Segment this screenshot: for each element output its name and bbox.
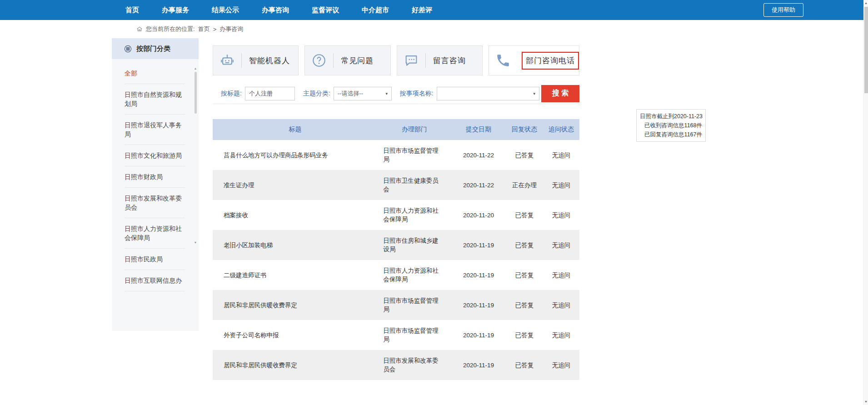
department-cell: 日照市住房和城乡建设局: [378, 230, 451, 260]
category-select[interactable]: --请选择-- ▼: [334, 87, 392, 100]
sidebar-item[interactable]: 日照市民政局: [125, 249, 185, 270]
sidebar-item[interactable]: 日照市互联网信息办: [125, 270, 185, 291]
nav-item[interactable]: 监督评议: [312, 6, 339, 15]
title-filter-label: 按标题:: [221, 90, 242, 98]
date-cell: 2020-11-19: [451, 230, 506, 260]
table-row[interactable]: 居民和非居民供暖收费界定日照市市场监督管理局2020-11-19已答复无追问: [213, 290, 579, 320]
scroll-up-icon[interactable]: ▲: [864, 0, 868, 6]
table-row[interactable]: 二级建造师证书日照市人力资源和社会保障局2020-11-19已答复无追问: [213, 260, 579, 290]
column-header: 追问状态: [543, 119, 579, 140]
chevron-down-icon: ▼: [385, 91, 389, 95]
title-cell[interactable]: 莒县什么地方可以办理商品条形码业务: [213, 140, 378, 170]
chevron-down-icon: ▼: [533, 91, 536, 95]
followup-status-cell: 无追问: [543, 350, 579, 380]
table-row[interactable]: 老旧小区加装电梯日照市住房和城乡建设局2020-11-19已答复无追问: [213, 230, 579, 260]
scroll-down-icon[interactable]: ▼: [194, 240, 197, 245]
date-cell: 2020-11-22: [451, 140, 506, 170]
tab-phone[interactable]: 部门咨询电话: [489, 45, 579, 75]
reply-status-cell: 已答复: [506, 320, 543, 350]
reply-status-cell: 已答复: [506, 290, 543, 320]
nav-item[interactable]: 首页: [125, 6, 139, 15]
stats-line: 已收到咨询信息1168件: [640, 121, 702, 130]
followup-status-cell: 无追问: [543, 320, 579, 350]
reply-status-cell: 已答复: [506, 230, 543, 260]
reply-status-cell: 已答复: [506, 200, 543, 230]
sidebar-header: 按部门分类: [112, 38, 199, 59]
followup-status-cell: 无追问: [543, 290, 579, 320]
tab-robot[interactable]: 智能机器人: [213, 45, 299, 75]
category-filter-label: 主题分类:: [303, 90, 330, 98]
title-cell[interactable]: 档案接收: [213, 200, 378, 230]
breadcrumb-prefix: 您当前所在的位置:: [146, 25, 195, 33]
stats-line: 已回复咨询信息1167件: [640, 130, 702, 139]
consultation-table: 标题办理部门提交日期回复状态追问状态 莒县什么地方可以办理商品条形码业务日照市市…: [213, 119, 579, 380]
scroll-thumb[interactable]: [864, 7, 868, 93]
department-cell: 日照市卫生健康委员会: [378, 170, 451, 200]
table-row[interactable]: 准生证办理日照市卫生健康委员会2020-11-22正在办理无追问: [213, 170, 579, 200]
question-icon: [305, 53, 333, 68]
table-row[interactable]: 居民和非居民供暖收费界定日照市发展和改革委员会2020-11-19已答复无追问: [213, 350, 579, 380]
robot-icon: [213, 53, 241, 68]
scroll-thumb[interactable]: [195, 72, 197, 114]
tab-question[interactable]: 常见问题: [304, 45, 390, 75]
date-cell: 2020-11-19: [451, 350, 506, 380]
item-select[interactable]: ▼: [437, 87, 539, 100]
tab-label: 部门咨询电话: [522, 52, 579, 70]
item-filter-label: 按事项名称:: [400, 90, 434, 98]
reply-status-cell: 已答复: [506, 140, 543, 170]
sidebar-item[interactable]: 全部: [125, 63, 185, 84]
sidebar-scrollbar[interactable]: ▲ ▼: [194, 66, 197, 245]
sidebar-item[interactable]: 日照市自然资源和规划局: [125, 84, 185, 115]
table-row[interactable]: 外资子公司名称申报日照市市场监督管理局2020-11-19已答复无追问: [213, 320, 579, 350]
title-cell[interactable]: 二级建造师证书: [213, 260, 378, 290]
reply-status-cell: 正在办理: [506, 170, 543, 200]
nav-item[interactable]: 结果公示: [212, 6, 239, 15]
table-row[interactable]: 莒县什么地方可以办理商品条形码业务日照市市场监督管理局2020-11-22已答复…: [213, 140, 579, 170]
sidebar-item[interactable]: 日照市财政局: [125, 166, 185, 188]
breadcrumb-home[interactable]: 首页: [198, 25, 210, 33]
scroll-up-icon[interactable]: ▲: [194, 66, 197, 70]
scroll-down-icon[interactable]: ▼: [864, 399, 868, 405]
help-button[interactable]: 使用帮助: [763, 3, 803, 17]
nav-item[interactable]: 办事服务: [162, 6, 189, 15]
nav-item[interactable]: 好差评: [412, 6, 432, 15]
page-scrollbar[interactable]: ▲ ▼: [863, 0, 868, 405]
breadcrumb-separator: >: [213, 26, 217, 33]
nav-item[interactable]: 办事咨询: [262, 6, 289, 15]
tab-label: 智能机器人: [249, 55, 290, 66]
nav-item[interactable]: 中介超市: [362, 6, 389, 15]
title-cell[interactable]: 老旧小区加装电梯: [213, 230, 378, 260]
department-cell: 日照市市场监督管理局: [378, 290, 451, 320]
sidebar-item[interactable]: 日照市发展和改革委员会: [125, 188, 185, 218]
table-row[interactable]: 档案接收日照市人力资源和社会保障局2020-11-20已答复无追问: [213, 200, 579, 230]
title-cell[interactable]: 外资子公司名称申报: [213, 320, 378, 350]
tab-message[interactable]: 留言咨询: [397, 45, 483, 75]
followup-status-cell: 无追问: [543, 260, 579, 290]
title-filter-input[interactable]: [245, 87, 295, 100]
followup-status-cell: 无追问: [543, 170, 579, 200]
title-cell[interactable]: 居民和非居民供暖收费界定: [213, 290, 378, 320]
category-select-value: --请选择--: [338, 90, 363, 98]
department-cell: 日照市人力资源和社会保障局: [378, 260, 451, 290]
tab-cards: 智能机器人常见问题留言咨询部门咨询电话: [213, 45, 579, 75]
reply-status-cell: 已答复: [506, 260, 543, 290]
search-button[interactable]: 搜 索: [541, 85, 579, 102]
column-header: 办理部门: [378, 119, 451, 140]
column-header: 回复状态: [506, 119, 543, 140]
home-icon: [136, 26, 143, 32]
title-cell[interactable]: 准生证办理: [213, 170, 378, 200]
sidebar-item[interactable]: 日照市人力资源和社会保障局: [125, 218, 185, 249]
department-cell: 日照市市场监督管理局: [378, 140, 451, 170]
table-body: 莒县什么地方可以办理商品条形码业务日照市市场监督管理局2020-11-22已答复…: [213, 140, 579, 380]
phone-icon: [489, 53, 517, 68]
sidebar-item[interactable]: 日照市退役军人事务局: [125, 115, 185, 145]
search-bar: 按标题: 主题分类: --请选择-- ▼ 按事项名称: ▼ 搜 索: [213, 83, 579, 104]
title-cell[interactable]: 居民和非居民供暖收费界定: [213, 350, 378, 380]
category-icon: [124, 45, 132, 53]
followup-status-cell: 无追问: [543, 140, 579, 170]
department-cell: 日照市发展和改革委员会: [378, 350, 451, 380]
column-header: 提交日期: [451, 119, 506, 140]
stats-line: 日照市截止到2020-11-23: [640, 112, 702, 121]
date-cell: 2020-11-19: [451, 260, 506, 290]
sidebar-item[interactable]: 日照市文化和旅游局: [125, 145, 185, 166]
